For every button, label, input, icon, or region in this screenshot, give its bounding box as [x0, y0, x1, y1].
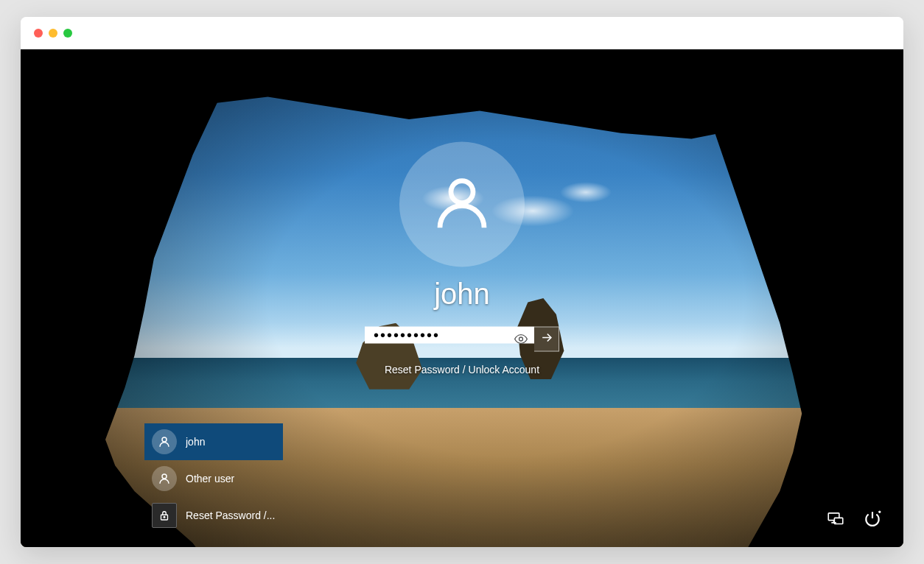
titlebar [21, 17, 903, 49]
user-avatar-large [399, 141, 525, 267]
person-icon [429, 169, 495, 239]
password-row [365, 326, 559, 351]
svg-point-3 [162, 474, 167, 479]
user-list-item-john[interactable]: john [144, 423, 283, 460]
close-window-button[interactable] [34, 29, 43, 38]
minimize-window-button[interactable] [49, 29, 57, 38]
user-list-label: Reset Password /... [186, 510, 275, 521]
lock-screen: john [21, 49, 903, 547]
person-icon [152, 466, 177, 491]
svg-point-2 [162, 437, 167, 442]
svg-point-5 [164, 516, 165, 518]
user-list-item-reset[interactable]: Reset Password /... [144, 497, 283, 534]
network-icon [826, 510, 845, 532]
reveal-password-icon[interactable] [514, 331, 528, 346]
svg-point-1 [519, 337, 523, 341]
lock-icon [152, 503, 177, 528]
network-button[interactable] [825, 510, 846, 531]
user-list-label: john [186, 436, 205, 448]
corner-buttons [825, 510, 883, 531]
reset-password-link[interactable]: Reset Password / Unlock Account [385, 363, 539, 375]
password-input[interactable] [365, 326, 534, 343]
arrow-right-icon [539, 330, 554, 348]
browser-window: john [21, 17, 903, 547]
login-panel: john [365, 141, 559, 375]
user-list: john Other user Reset Pa [144, 423, 283, 534]
maximize-window-button[interactable] [63, 29, 72, 38]
username-label: john [434, 277, 490, 310]
person-icon [152, 429, 177, 454]
user-list-item-other[interactable]: Other user [144, 460, 283, 497]
svg-point-0 [451, 180, 473, 202]
user-list-label: Other user [186, 473, 234, 484]
power-icon [863, 510, 882, 532]
power-button[interactable] [862, 510, 883, 531]
submit-button[interactable] [534, 326, 559, 351]
